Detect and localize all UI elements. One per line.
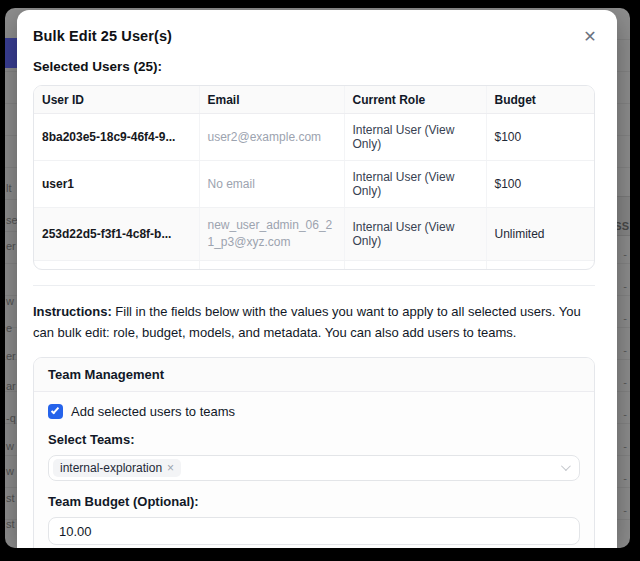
team-management-card: Team Management Add selected users to te… <box>33 357 595 548</box>
background-cell-dash: - <box>623 312 627 324</box>
instructions-body: Fill in the fields below with the values… <box>33 304 581 340</box>
team-management-title: Team Management <box>34 358 594 392</box>
background-text-fragment: er <box>6 350 16 362</box>
cell-role: Internal User (View Only) <box>344 114 486 161</box>
team-chip[interactable]: internal-exploration × <box>53 459 181 477</box>
background-cell-dash: - <box>623 408 627 420</box>
table-row: 8ba203e5-18c9-46f4-9... user2@example.co… <box>34 114 595 161</box>
cell-budget: Unlimited <box>486 261 595 271</box>
add-users-checkbox-row[interactable]: Add selected users to teams <box>48 404 580 419</box>
column-header-budget: Budget <box>486 86 595 114</box>
checkmark-icon <box>50 405 58 414</box>
cell-role: Internal User (View Only) <box>344 261 486 271</box>
dimmed-page-backdrop: lt se er w e er ar -q w w st st SS - - -… <box>5 8 630 548</box>
instructions-label: Instructions: <box>33 304 112 319</box>
background-text-fragment: er <box>6 240 16 252</box>
background-text-fragment: ar <box>6 380 16 392</box>
background-text-fragment: e <box>6 322 12 334</box>
background-cell-dash: - <box>623 472 627 484</box>
background-cell-dash: - <box>623 344 627 356</box>
background-text-fragment: se <box>6 214 18 226</box>
team-chip-label: internal-exploration <box>60 461 162 475</box>
cell-role: Internal User (View Only) <box>344 208 486 261</box>
background-cell-dash: - <box>623 440 627 452</box>
background-text-fragment: lt <box>6 182 12 194</box>
background-cell-dash: - <box>623 376 627 388</box>
team-management-body: Add selected users to teams Select Teams… <box>34 392 594 548</box>
cell-user-id: 253d22d5-f3f1-4c8f-b... <box>34 208 199 261</box>
background-text-fragment: st <box>6 518 15 530</box>
instructions-text: Instructions: Fill in the fields below w… <box>33 301 595 343</box>
modal-title: Bulk Edit 25 User(s) <box>33 28 597 44</box>
background-text-fragment: st <box>6 492 15 504</box>
background-cell-dash: - <box>623 280 627 292</box>
selected-users-label: Selected Users (25): <box>33 59 597 74</box>
selected-users-table[interactable]: User ID Email Current Role Budget 8ba203… <box>33 85 595 270</box>
background-text-fragment: w <box>6 440 14 452</box>
background-table-left-edge: lt se er w e er ar -q w w st st <box>5 8 17 548</box>
background-text-fragment: -q <box>6 412 16 424</box>
column-header-email: Email <box>199 86 344 114</box>
cell-user-id: user1 <box>34 161 199 208</box>
select-teams-label: Select Teams: <box>48 432 580 447</box>
cell-email: No email <box>199 161 344 208</box>
table-header-row: User ID Email Current Role Budget <box>34 86 595 114</box>
column-header-user-id: User ID <box>34 86 199 114</box>
cell-user-id: 5dbd2335-cdd6-47ca-b... <box>34 261 199 271</box>
background-cell-dash: - <box>623 248 627 260</box>
background-table-right-edge: SS - - - - - - - - - <box>617 8 630 548</box>
cell-budget: $100 <box>486 114 595 161</box>
bulk-edit-users-modal: Bulk Edit 25 User(s) ✕ Selected Users (2… <box>17 10 617 548</box>
chevron-down-icon <box>561 461 571 471</box>
section-divider <box>33 285 595 286</box>
add-users-checkbox[interactable] <box>48 404 63 419</box>
background-selected-sidebar-item <box>5 38 17 68</box>
background-text-fragment: w <box>6 295 14 307</box>
close-icon[interactable]: ✕ <box>579 26 601 48</box>
add-users-checkbox-label: Add selected users to teams <box>71 404 235 419</box>
team-budget-input[interactable] <box>48 517 580 545</box>
cell-email: new_user_admin_06_21_p3@xyz.com <box>199 208 344 261</box>
chip-remove-icon[interactable]: × <box>167 461 174 475</box>
cell-role: Internal User (View Only) <box>344 161 486 208</box>
cell-email: inter <box>199 261 344 271</box>
table-row: user1 No email Internal User (View Only)… <box>34 161 595 208</box>
cell-budget: $100 <box>486 161 595 208</box>
table-row: 253d22d5-f3f1-4c8f-b... new_user_admin_0… <box>34 208 595 261</box>
background-text-fragment: w <box>6 465 14 477</box>
cell-email: user2@example.com <box>199 114 344 161</box>
modal-header: Bulk Edit 25 User(s) ✕ <box>33 28 597 50</box>
background-cell-dash: - <box>623 504 627 516</box>
cell-user-id: 8ba203e5-18c9-46f4-9... <box>34 114 199 161</box>
teams-select[interactable]: internal-exploration × <box>48 455 580 481</box>
column-header-current-role: Current Role <box>344 86 486 114</box>
cell-budget: Unlimited <box>486 208 595 261</box>
table-row: 5dbd2335-cdd6-47ca-b... inter Internal U… <box>34 261 595 271</box>
team-budget-label: Team Budget (Optional): <box>48 494 580 509</box>
